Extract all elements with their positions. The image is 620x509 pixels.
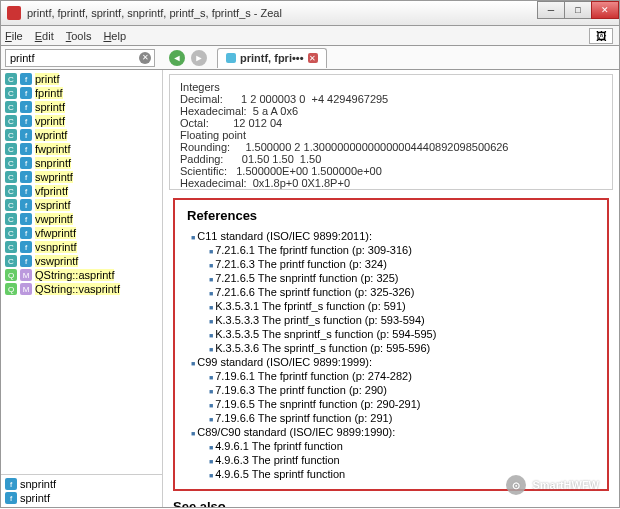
list-item[interactable]: Cfvwprintf — [1, 212, 162, 226]
item-label: vfprintf — [35, 185, 68, 197]
q-icon: Q — [5, 269, 17, 281]
back-button[interactable]: ◄ — [169, 50, 185, 66]
c-icon: C — [5, 101, 17, 113]
list-item[interactable]: Cfvsnprintf — [1, 240, 162, 254]
f-icon: f — [20, 115, 32, 127]
menu-file[interactable]: File — [5, 30, 23, 42]
c-icon: C — [5, 73, 17, 85]
item-label: printf — [35, 73, 59, 85]
list-item[interactable]: Cfwprintf — [1, 128, 162, 142]
list-item[interactable]: fsnprintf — [1, 477, 162, 491]
item-label: fwprintf — [35, 143, 70, 155]
list-item[interactable]: Cffwprintf — [1, 142, 162, 156]
f-icon: f — [20, 73, 32, 85]
c-icon: C — [5, 199, 17, 211]
f-icon: f — [20, 241, 32, 253]
see-also: See also wprintf(C95)fwprintf(C95)swprin… — [173, 499, 609, 507]
list-item[interactable]: Cfvprintf — [1, 114, 162, 128]
f-icon: f — [20, 185, 32, 197]
f-icon: f — [5, 478, 17, 490]
ref-group: C89/C90 standard (ISO/IEC 9899:1990): — [191, 425, 595, 439]
sidebar: CfprintfCffprintfCfsprintfCfvprintfCfwpr… — [1, 70, 163, 507]
watermark: ⊙ SmartHWFW — [506, 475, 599, 495]
c-icon: C — [5, 185, 17, 197]
list-item[interactable]: Cfvsprintf — [1, 198, 162, 212]
list-item[interactable]: fsprintf — [1, 491, 162, 505]
maximize-button[interactable]: □ — [564, 1, 592, 19]
ref-item: 7.19.6.1 The fprintf function (p: 274-28… — [191, 369, 595, 383]
tab-active[interactable]: printf, fpri••• ✕ — [217, 48, 327, 68]
list-item[interactable]: Cfvfprintf — [1, 184, 162, 198]
list-item[interactable]: Cfvswprintf — [1, 254, 162, 268]
menubar: File Edit Tools Help 🖼 — [0, 26, 620, 46]
ref-group: C11 standard (ISO/IEC 9899:2011): — [191, 229, 595, 243]
tab-close-icon[interactable]: ✕ — [308, 53, 318, 63]
watermark-text: SmartHWFW — [532, 479, 599, 491]
item-label: snprintf — [20, 478, 56, 490]
references-list: C11 standard (ISO/IEC 9899:2011):7.21.6.… — [187, 229, 595, 481]
picture-icon[interactable]: 🖼 — [589, 28, 613, 44]
app-icon — [7, 6, 21, 20]
f-icon: f — [20, 101, 32, 113]
item-label: vfwprintf — [35, 227, 76, 239]
menu-tools[interactable]: Tools — [66, 30, 92, 42]
list-item[interactable]: Cfswprintf — [1, 170, 162, 184]
item-label: vswprintf — [35, 255, 78, 267]
ref-group: C99 standard (ISO/IEC 9899:1999): — [191, 355, 595, 369]
ref-item: K.3.5.3.3 The printf_s function (p: 593-… — [191, 313, 595, 327]
f-icon: f — [20, 199, 32, 211]
minimize-button[interactable]: ─ — [537, 1, 565, 19]
list-item[interactable]: Cfprintf — [1, 72, 162, 86]
window-title: printf, fprintf, sprintf, snprintf, prin… — [27, 7, 282, 19]
search-input[interactable] — [10, 52, 130, 64]
item-label: vsprintf — [35, 199, 70, 211]
item-label: snprintf — [35, 157, 71, 169]
ref-item: 7.19.6.6 The sprintf function (p: 291) — [191, 411, 595, 425]
item-label: sprintf — [35, 101, 65, 113]
ref-item: 7.19.6.3 The printf function (p: 290) — [191, 383, 595, 397]
toolbar: ✕ ◄ ► printf, fpri••• ✕ — [0, 46, 620, 70]
list-item[interactable]: Cffprintf — [1, 86, 162, 100]
f-icon: f — [20, 213, 32, 225]
list-item[interactable]: QMQString::asprintf — [1, 268, 162, 282]
ref-item: 7.21.6.3 The printf function (p: 324) — [191, 257, 595, 271]
ref-item: K.3.5.3.5 The snprintf_s function (p: 59… — [191, 327, 595, 341]
main-area: CfprintfCffprintfCfsprintfCfvprintfCfwpr… — [0, 70, 620, 508]
item-label: fprintf — [35, 87, 63, 99]
item-label: vprintf — [35, 115, 65, 127]
list-item[interactable]: Cfvfwprintf — [1, 226, 162, 240]
references-box: References C11 standard (ISO/IEC 9899:20… — [173, 198, 609, 491]
item-label: sprintf — [20, 492, 50, 504]
c-icon: C — [5, 241, 17, 253]
ref-item: 7.21.6.6 The sprintf function (p: 325-32… — [191, 285, 595, 299]
q-icon: Q — [5, 283, 17, 295]
list-item[interactable]: QMQString::vasprintf — [1, 282, 162, 296]
list-item[interactable]: Cfsnprintf — [1, 156, 162, 170]
c-icon: C — [5, 143, 17, 155]
item-label: QString::vasprintf — [35, 283, 120, 295]
c-icon: C — [5, 227, 17, 239]
f-icon: f — [20, 87, 32, 99]
c-icon: C — [5, 171, 17, 183]
list-item[interactable]: Cfsprintf — [1, 100, 162, 114]
tab-label: printf, fpri••• — [240, 52, 304, 64]
search-box[interactable]: ✕ — [5, 49, 155, 67]
m-icon: M — [20, 283, 32, 295]
see-also-heading: See also — [173, 499, 609, 507]
menu-help[interactable]: Help — [103, 30, 126, 42]
clear-search-icon[interactable]: ✕ — [139, 52, 151, 64]
f-icon: f — [20, 143, 32, 155]
c-icon: C — [5, 129, 17, 141]
code-output: IntegersDecimal: 1 2 000003 0 +4 4294967… — [169, 74, 613, 190]
forward-button[interactable]: ► — [191, 50, 207, 66]
results-list: CfprintfCffprintfCfsprintfCfvprintfCfwpr… — [1, 70, 162, 474]
c-icon: C — [5, 213, 17, 225]
f-icon: f — [20, 227, 32, 239]
c-icon: C — [5, 87, 17, 99]
close-button[interactable]: ✕ — [591, 1, 619, 19]
menu-edit[interactable]: Edit — [35, 30, 54, 42]
ref-item: 7.19.6.5 The snprintf function (p: 290-2… — [191, 397, 595, 411]
results-section-2: fsnprintffsprintf — [1, 474, 162, 507]
f-icon: f — [20, 171, 32, 183]
f-icon: f — [20, 129, 32, 141]
